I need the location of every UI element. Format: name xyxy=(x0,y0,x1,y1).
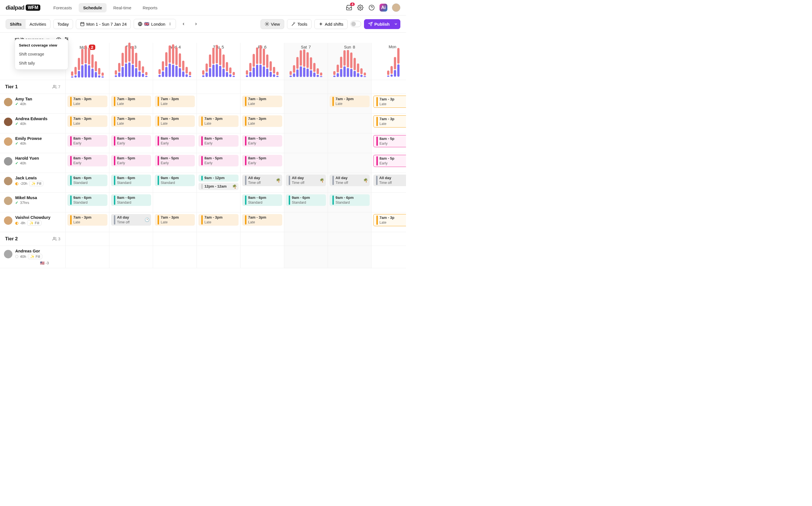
schedule-cell[interactable]: 8am - 5pmEarly xyxy=(109,153,153,173)
agent-cell[interactable]: Amy Tan ✓40h xyxy=(0,94,66,113)
schedule-cell[interactable]: 9am - 6pmStandard xyxy=(109,193,153,212)
schedule-cell[interactable]: 7am - 3pLate xyxy=(372,213,406,232)
schedule-cell[interactable]: 7am - 3pmLate xyxy=(240,213,284,232)
schedule-cell[interactable] xyxy=(284,213,328,232)
dropdown-item-shift-tally[interactable]: Shift tally xyxy=(15,59,68,68)
schedule-cell[interactable]: 7am - 3pmLate xyxy=(153,94,197,113)
shift-block[interactable]: All dayTime off🌴 xyxy=(242,175,282,186)
schedule-cell[interactable]: 9am - 12pm12pm - 12am🌴 xyxy=(197,173,240,192)
shift-block[interactable]: 8am - 5pEarly xyxy=(373,135,406,147)
schedule-cell[interactable] xyxy=(328,153,372,173)
shift-block[interactable]: 8am - 5pmEarly xyxy=(67,135,107,147)
schedule-cell[interactable]: 8am - 5pmEarly xyxy=(66,153,109,173)
schedule-cell[interactable]: 7am - 3pmLate xyxy=(66,94,109,113)
schedule-cell[interactable]: All dayTime off🌴 xyxy=(284,173,328,192)
schedule-cell[interactable] xyxy=(197,94,240,113)
schedule-cell[interactable] xyxy=(284,153,328,173)
shift-block[interactable]: 7am - 3pmLate xyxy=(242,214,282,226)
schedule-cell[interactable] xyxy=(284,94,328,113)
shift-block[interactable]: 8am - 5pmEarly xyxy=(199,135,238,147)
shift-block[interactable]: 7am - 3pLate xyxy=(373,214,406,226)
shift-block[interactable]: 8am - 5pmEarly xyxy=(111,155,151,166)
schedule-cell[interactable]: 7am - 3pLate xyxy=(372,94,406,113)
add-shifts-button[interactable]: Add shifts xyxy=(314,19,347,29)
nav-tab-schedule[interactable]: Schedule xyxy=(79,3,107,12)
fill-button[interactable]: ✨ Fill xyxy=(28,254,42,259)
shift-block[interactable]: 7am - 3pmLate xyxy=(67,96,107,107)
timezone-picker[interactable]: 🇬🇧 London xyxy=(134,19,176,29)
date-range-picker[interactable]: Mon 1 - Sun 7 Jan 24 xyxy=(76,19,131,29)
shift-block[interactable]: 7am - 3pmLate xyxy=(242,96,282,107)
shift-block[interactable]: 8am - 5pmEarly xyxy=(199,155,238,166)
schedule-cell[interactable] xyxy=(328,246,372,268)
fill-button[interactable]: ✨ Fill xyxy=(27,220,41,226)
shift-block[interactable]: 7am - 3pmLate xyxy=(111,115,151,127)
nav-tab-reports[interactable]: Reports xyxy=(138,3,162,12)
publish-button[interactable]: Publish xyxy=(364,19,394,29)
publish-dropdown-button[interactable] xyxy=(391,19,400,29)
shift-block[interactable]: 9am - 6pmStandard xyxy=(242,194,282,206)
schedule-cell[interactable]: 8am - 5pEarly xyxy=(372,153,406,173)
shift-block[interactable]: 7am - 3pmLate xyxy=(242,115,282,127)
tools-button[interactable]: Tools xyxy=(287,19,312,29)
schedule-cell[interactable]: 8am - 5pmEarly xyxy=(109,134,153,153)
schedule-cell[interactable]: 9am - 6pmStandard xyxy=(153,173,197,192)
shift-block[interactable]: 7am - 3pmLate xyxy=(111,96,151,107)
schedule-cell[interactable] xyxy=(328,213,372,232)
schedule-cell[interactable] xyxy=(153,193,197,212)
schedule-cell[interactable]: All dayTime off🌴 xyxy=(240,173,284,192)
schedule-cell[interactable] xyxy=(372,246,406,268)
draft-toggle[interactable] xyxy=(350,21,361,27)
schedule-cell[interactable]: 9am - 6pmStandard xyxy=(66,193,109,212)
schedule-cell[interactable] xyxy=(197,246,240,268)
schedule-cell[interactable]: 7am - 3pmLate xyxy=(153,114,197,133)
nav-tab-real-time[interactable]: Real-time xyxy=(109,3,136,12)
shift-block[interactable]: All dayTime off🌴 xyxy=(330,175,370,186)
schedule-cell[interactable] xyxy=(153,246,197,268)
agent-cell[interactable]: Emily Prowse ✓40h xyxy=(0,134,66,153)
schedule-cell[interactable] xyxy=(240,246,284,268)
shift-block[interactable]: 7am - 3pmLate xyxy=(155,214,195,226)
nav-tab-forecasts[interactable]: Forecasts xyxy=(49,3,76,12)
schedule-cell[interactable]: 8am - 5pmEarly xyxy=(66,134,109,153)
user-avatar[interactable] xyxy=(392,3,400,12)
shift-block[interactable]: All dayTime off🕐 xyxy=(111,214,151,226)
schedule-cell[interactable]: 7am - 3pmLate xyxy=(328,94,372,113)
schedule-cell[interactable] xyxy=(284,134,328,153)
schedule-cell[interactable]: All dayTime off xyxy=(372,173,406,192)
schedule-cell[interactable] xyxy=(328,114,372,133)
shift-block[interactable]: 8am - 5pmEarly xyxy=(242,135,282,147)
shift-block[interactable]: 9am - 12pm xyxy=(199,175,238,182)
schedule-cell[interactable]: 9am - 6pmStandard xyxy=(284,193,328,212)
segment-activities[interactable]: Activities xyxy=(26,19,50,29)
shift-block[interactable]: 8am - 5pmEarly xyxy=(155,135,195,147)
schedule-cell[interactable]: All dayTime off🌴 xyxy=(328,173,372,192)
schedule-cell[interactable]: 7am - 3pmLate xyxy=(240,114,284,133)
agent-cell[interactable]: Harold Yuen ✓40h xyxy=(0,153,66,173)
schedule-cell[interactable]: 8am - 5pmEarly xyxy=(197,153,240,173)
schedule-cell[interactable]: 8am - 5pmEarly xyxy=(153,134,197,153)
shift-block[interactable]: 7am - 3pmLate xyxy=(199,214,238,226)
shift-block[interactable]: 7am - 3pmLate xyxy=(67,115,107,127)
shift-block[interactable]: 7am - 3pmLate xyxy=(155,96,195,107)
shift-block[interactable]: 12pm - 12am🌴 xyxy=(199,183,238,190)
shift-block[interactable]: 7am - 3pLate xyxy=(373,96,406,108)
schedule-cell[interactable]: 9am - 6pmStandard xyxy=(240,193,284,212)
shift-block[interactable]: 8am - 5pEarly xyxy=(373,155,406,167)
schedule-cell[interactable]: 8am - 5pEarly xyxy=(372,134,406,153)
schedule-cell[interactable]: 7am - 3pLate xyxy=(372,114,406,133)
schedule-cell[interactable]: 8am - 5pmEarly xyxy=(240,134,284,153)
shift-block[interactable]: 7am - 3pmLate xyxy=(330,96,370,107)
schedule-cell[interactable]: 7am - 3pmLate xyxy=(240,94,284,113)
schedule-cell[interactable] xyxy=(109,246,153,268)
agent-cell[interactable]: Andreas Gor 40h✨ Fill🇺🇸 -3 xyxy=(0,246,66,268)
shift-block[interactable]: 9am - 6pmStandard xyxy=(330,194,370,206)
shift-block[interactable]: All dayTime off🌴 xyxy=(286,175,326,186)
schedule-cell[interactable]: 7am - 3pmLate xyxy=(66,213,109,232)
shift-block[interactable]: 7am - 3pmLate xyxy=(199,115,238,127)
next-week-button[interactable] xyxy=(191,20,201,28)
schedule-cell[interactable]: 8am - 5pmEarly xyxy=(240,153,284,173)
dropdown-item-shift-coverage[interactable]: Shift coverage xyxy=(15,50,68,59)
inbox-icon[interactable]: 4 xyxy=(346,4,352,11)
schedule-cell[interactable] xyxy=(372,193,406,212)
